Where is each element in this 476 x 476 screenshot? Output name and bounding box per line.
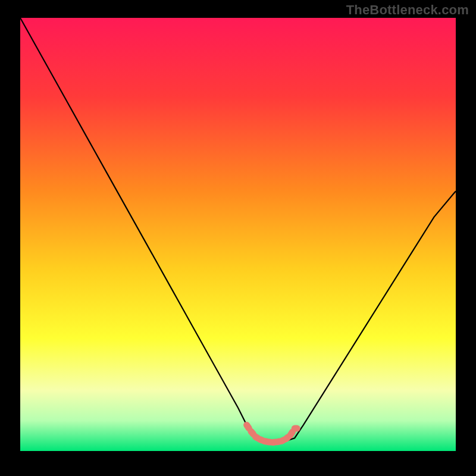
frame-left	[0, 0, 20, 476]
svg-line-1	[251, 431, 253, 434]
frame-right	[456, 0, 476, 476]
svg-line-0	[247, 425, 249, 428]
bottleneck-chart	[0, 0, 476, 476]
watermark-text: TheBottleneck.com	[346, 2, 469, 18]
frame-bottom	[0, 451, 476, 476]
chart-frame: TheBottleneck.com	[0, 0, 476, 476]
svg-line-10	[290, 432, 293, 436]
plot-background	[20, 18, 456, 451]
